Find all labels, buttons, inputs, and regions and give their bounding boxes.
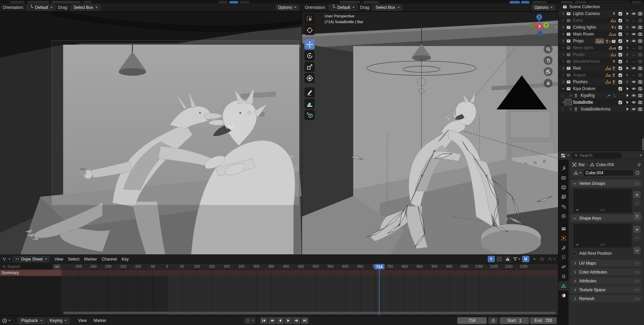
menu-marker[interactable]: Marker xyxy=(82,257,99,262)
exclude-checkbox[interactable] xyxy=(617,31,623,37)
pan-button[interactable] xyxy=(544,56,553,65)
timeline-ruler[interactable]: -300-250-200-150-100-5005010015020025030… xyxy=(61,264,558,270)
outliner-row-woodenfence[interactable]: WoodenFence xyxy=(558,58,644,65)
drag-grip[interactable] xyxy=(635,289,640,291)
camera-view-canvas[interactable]: ‹ xyxy=(0,12,302,254)
outliner-row-extra[interactable]: Extra2 xyxy=(558,17,644,24)
zoom-button[interactable] xyxy=(544,45,553,54)
prev-key-button[interactable] xyxy=(268,317,276,324)
marker-menu[interactable]: Marker xyxy=(90,318,110,323)
expander-icon[interactable] xyxy=(560,73,566,77)
tool-rotate-button[interactable] xyxy=(304,50,315,61)
play-button[interactable] xyxy=(285,317,292,324)
hide-render-toggle[interactable] xyxy=(638,100,643,105)
section-header-remesh[interactable]: Remesh xyxy=(571,295,642,302)
proportional-edit-button[interactable] xyxy=(539,256,546,262)
tool-cursor-button[interactable] xyxy=(304,25,315,35)
outliner-row-sodabottle[interactable]: SodaBottle xyxy=(558,99,644,106)
remove-button[interactable]: − xyxy=(633,199,641,206)
checkbox[interactable] xyxy=(572,251,576,256)
datablock-name-field[interactable]: Cube.004 xyxy=(583,169,634,176)
current-frame-badge[interactable]: 714 xyxy=(374,264,384,269)
exclude-checkbox[interactable] xyxy=(617,100,623,105)
view-menu[interactable]: View xyxy=(74,318,90,323)
properties-tab-scene[interactable] xyxy=(558,202,569,211)
add-button[interactable]: + xyxy=(633,191,641,198)
properties-tab-constraints[interactable] xyxy=(558,271,569,281)
exclude-checkbox[interactable] xyxy=(617,38,623,44)
outliner-row-poster[interactable]: Poster3 xyxy=(558,51,644,58)
section-header-color-attributes[interactable]: Color Attributes xyxy=(571,268,642,276)
options-button[interactable]: Options xyxy=(532,4,555,11)
hide-viewport-toggle[interactable] xyxy=(631,25,636,30)
selectable-toggle[interactable] xyxy=(625,72,630,78)
expander-icon[interactable] xyxy=(560,80,566,84)
snapping-dropdown[interactable] xyxy=(530,256,538,262)
hide-render-toggle[interactable] xyxy=(638,65,643,71)
properties-options-icon[interactable] xyxy=(640,155,642,156)
navigation-gizmo[interactable]: Z X Y xyxy=(528,13,550,35)
datablock-type-button[interactable] xyxy=(572,169,583,176)
selectable-toggle[interactable] xyxy=(625,65,630,71)
start-frame-field[interactable]: Start1 xyxy=(500,317,529,324)
shape-keys-list[interactable]: ► xyxy=(573,224,632,248)
perspective-toggle-button[interactable] xyxy=(544,79,553,88)
drag-grip[interactable] xyxy=(635,297,640,300)
outliner-row-scene-collection[interactable]: Scene Collection xyxy=(558,3,644,10)
outliner-row-kiya-drakon[interactable]: Kiya Drakon xyxy=(558,85,644,92)
tool-annotate-button[interactable] xyxy=(304,87,315,98)
hide-viewport-toggle[interactable] xyxy=(631,100,636,105)
expander-icon[interactable] xyxy=(560,25,566,29)
drag-grip[interactable] xyxy=(635,262,640,265)
camera-view-button[interactable] xyxy=(544,67,553,76)
expander-icon[interactable] xyxy=(560,87,566,91)
hide-viewport-toggle[interactable] xyxy=(631,11,636,16)
menu-select[interactable]: Select xyxy=(66,257,82,262)
end-frame-field[interactable]: End720 xyxy=(530,317,557,324)
section-header-attributes[interactable]: Attributes xyxy=(571,277,642,284)
properties-tab-object[interactable] xyxy=(558,233,569,243)
expander-icon[interactable] xyxy=(568,93,573,98)
properties-tab-modifiers[interactable] xyxy=(558,243,569,252)
sidebar-collapse-icon[interactable]: ‹ xyxy=(556,24,557,29)
summary-channel[interactable]: Summary xyxy=(0,270,61,276)
outliner-row-ceiling-lights[interactable]: Ceiling lights2 xyxy=(558,24,644,31)
selectable-toggle[interactable] xyxy=(625,18,630,23)
current-frame-field[interactable]: 714 xyxy=(457,317,487,324)
use-preview-range-button[interactable] xyxy=(488,317,498,324)
exclude-checkbox[interactable] xyxy=(617,52,623,57)
drag-grip[interactable] xyxy=(635,182,640,185)
expander-icon[interactable] xyxy=(560,18,566,23)
pin-icon[interactable] xyxy=(637,163,641,167)
outliner-row-kiyarig[interactable]: |KiyaRig xyxy=(558,92,644,99)
properties-search-input[interactable]: Search xyxy=(571,152,622,159)
outliner-row-props[interactable]: Props617 xyxy=(558,38,644,44)
properties-tab-object-data[interactable] xyxy=(558,281,569,291)
hide-viewport-toggle[interactable] xyxy=(631,93,636,98)
hide-viewport-toggle[interactable] xyxy=(631,106,636,112)
jump-first-button[interactable] xyxy=(260,317,268,324)
hide-viewport-toggle[interactable] xyxy=(631,52,636,57)
hide-render-toggle[interactable] xyxy=(638,86,643,91)
hide-render-toggle[interactable] xyxy=(638,38,643,44)
exclude-checkbox[interactable] xyxy=(617,11,623,16)
hide-render-toggle[interactable] xyxy=(638,93,643,98)
properties-tab-particles[interactable] xyxy=(558,252,569,262)
specials-dropdown[interactable] xyxy=(633,247,641,254)
drag-dropdown[interactable]: Select Box xyxy=(373,4,402,11)
hide-viewport-toggle[interactable] xyxy=(631,79,636,85)
expander-icon[interactable] xyxy=(560,66,566,70)
hide-viewport-toggle[interactable] xyxy=(631,59,636,64)
show-hidden-button[interactable] xyxy=(496,256,503,262)
show-errors-button[interactable] xyxy=(504,256,511,262)
tool-measure-button[interactable] xyxy=(304,99,315,109)
outliner-row-lights-camera[interactable]: Lights Camera xyxy=(558,10,644,17)
add-button[interactable]: + xyxy=(633,226,641,233)
hide-render-toggle[interactable] xyxy=(638,106,643,112)
properties-tab-collection[interactable] xyxy=(558,224,569,233)
outliner-row-main-room[interactable]: Main Room19 xyxy=(558,31,644,38)
fake-user-shield-icon[interactable] xyxy=(634,169,641,176)
hide-render-toggle[interactable] xyxy=(638,59,643,64)
expander-icon[interactable] xyxy=(560,32,566,36)
drag-dropdown[interactable]: Select Box xyxy=(71,4,100,11)
